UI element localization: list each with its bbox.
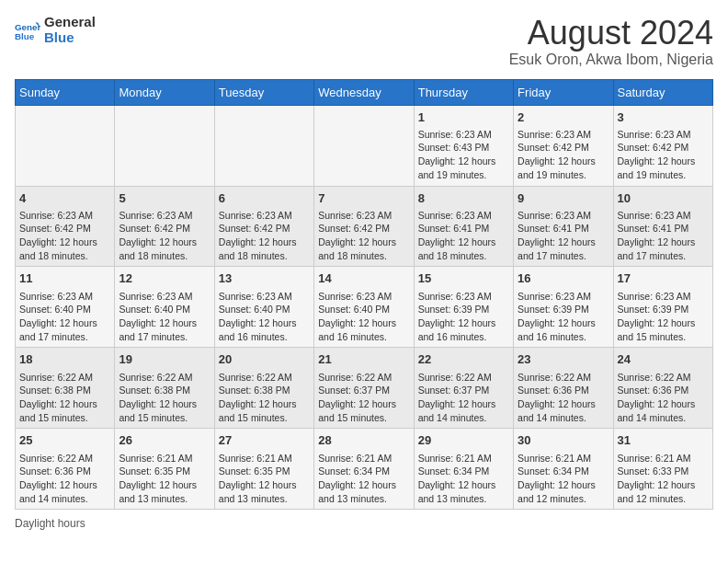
logo-blue: Blue: [44, 30, 96, 46]
day-number: 24: [618, 351, 709, 368]
calendar-cell: 15Sunrise: 6:23 AM Sunset: 6:39 PM Dayli…: [414, 267, 513, 348]
day-number: 14: [318, 270, 409, 287]
footer-note: Daylight hours: [15, 517, 713, 530]
day-info: Sunrise: 6:23 AM Sunset: 6:39 PM Dayligh…: [418, 290, 509, 344]
calendar-cell: 24Sunrise: 6:22 AM Sunset: 6:36 PM Dayli…: [613, 348, 712, 429]
calendar-cell: 1Sunrise: 6:23 AM Sunset: 6:43 PM Daylig…: [414, 105, 513, 186]
calendar-cell: [314, 105, 414, 186]
calendar-cell: 19Sunrise: 6:22 AM Sunset: 6:38 PM Dayli…: [115, 348, 214, 429]
calendar-cell: 6Sunrise: 6:23 AM Sunset: 6:42 PM Daylig…: [214, 186, 313, 267]
day-info: Sunrise: 6:21 AM Sunset: 6:33 PM Dayligh…: [618, 452, 709, 506]
day-info: Sunrise: 6:23 AM Sunset: 6:41 PM Dayligh…: [618, 209, 709, 263]
weekday-monday: Monday: [115, 79, 214, 105]
day-info: Sunrise: 6:23 AM Sunset: 6:42 PM Dayligh…: [618, 128, 709, 182]
calendar-cell: 12Sunrise: 6:23 AM Sunset: 6:40 PM Dayli…: [115, 267, 214, 348]
day-number: 25: [19, 432, 110, 449]
day-info: Sunrise: 6:23 AM Sunset: 6:42 PM Dayligh…: [219, 209, 310, 263]
day-number: 11: [19, 270, 110, 287]
day-number: 21: [318, 351, 409, 368]
calendar-cell: 5Sunrise: 6:23 AM Sunset: 6:42 PM Daylig…: [115, 186, 214, 267]
calendar-week-row: 18Sunrise: 6:22 AM Sunset: 6:38 PM Dayli…: [16, 348, 713, 429]
day-info: Sunrise: 6:23 AM Sunset: 6:40 PM Dayligh…: [19, 290, 110, 344]
svg-text:Blue: Blue: [15, 30, 35, 40]
day-number: 29: [418, 432, 509, 449]
day-number: 16: [518, 270, 609, 287]
weekday-wednesday: Wednesday: [314, 79, 414, 105]
calendar-cell: 3Sunrise: 6:23 AM Sunset: 6:42 PM Daylig…: [613, 105, 712, 186]
day-info: Sunrise: 6:23 AM Sunset: 6:40 PM Dayligh…: [318, 290, 409, 344]
day-number: 7: [318, 190, 409, 207]
calendar-cell: 30Sunrise: 6:21 AM Sunset: 6:34 PM Dayli…: [514, 429, 613, 510]
day-number: 15: [418, 270, 509, 287]
day-info: Sunrise: 6:22 AM Sunset: 6:36 PM Dayligh…: [618, 371, 709, 425]
day-info: Sunrise: 6:23 AM Sunset: 6:43 PM Dayligh…: [418, 128, 509, 182]
calendar-week-row: 4Sunrise: 6:23 AM Sunset: 6:42 PM Daylig…: [16, 186, 713, 267]
day-info: Sunrise: 6:23 AM Sunset: 6:41 PM Dayligh…: [418, 209, 509, 263]
calendar-cell: 8Sunrise: 6:23 AM Sunset: 6:41 PM Daylig…: [414, 186, 513, 267]
day-number: 31: [618, 432, 709, 449]
day-number: 22: [418, 351, 509, 368]
day-info: Sunrise: 6:23 AM Sunset: 6:40 PM Dayligh…: [119, 290, 210, 344]
calendar-cell: 10Sunrise: 6:23 AM Sunset: 6:41 PM Dayli…: [613, 186, 712, 267]
header: General Blue General Blue August 2024 Es…: [15, 15, 713, 68]
calendar-title: August 2024: [509, 15, 713, 52]
day-info: Sunrise: 6:22 AM Sunset: 6:38 PM Dayligh…: [219, 371, 310, 425]
calendar-table: SundayMondayTuesdayWednesdayThursdayFrid…: [15, 79, 713, 511]
weekday-friday: Friday: [514, 79, 613, 105]
day-info: Sunrise: 6:23 AM Sunset: 6:39 PM Dayligh…: [518, 290, 609, 344]
day-number: 4: [19, 190, 110, 207]
day-number: 20: [219, 351, 310, 368]
day-info: Sunrise: 6:22 AM Sunset: 6:38 PM Dayligh…: [19, 371, 110, 425]
calendar-cell: 4Sunrise: 6:23 AM Sunset: 6:42 PM Daylig…: [16, 186, 115, 267]
day-info: Sunrise: 6:22 AM Sunset: 6:36 PM Dayligh…: [518, 371, 609, 425]
day-info: Sunrise: 6:22 AM Sunset: 6:38 PM Dayligh…: [119, 371, 210, 425]
calendar-cell: 29Sunrise: 6:21 AM Sunset: 6:34 PM Dayli…: [414, 429, 513, 510]
day-number: 8: [418, 190, 509, 207]
calendar-cell: [16, 105, 115, 186]
day-info: Sunrise: 6:23 AM Sunset: 6:40 PM Dayligh…: [219, 290, 310, 344]
calendar-cell: 28Sunrise: 6:21 AM Sunset: 6:34 PM Dayli…: [314, 429, 414, 510]
day-number: 12: [119, 270, 210, 287]
calendar-week-row: 25Sunrise: 6:22 AM Sunset: 6:36 PM Dayli…: [16, 429, 713, 510]
calendar-cell: [115, 105, 214, 186]
calendar-cell: 16Sunrise: 6:23 AM Sunset: 6:39 PM Dayli…: [514, 267, 613, 348]
day-number: 6: [219, 190, 310, 207]
calendar-cell: 22Sunrise: 6:22 AM Sunset: 6:37 PM Dayli…: [414, 348, 513, 429]
calendar-subtitle: Esuk Oron, Akwa Ibom, Nigeria: [509, 52, 713, 68]
calendar-cell: 21Sunrise: 6:22 AM Sunset: 6:37 PM Dayli…: [314, 348, 414, 429]
day-info: Sunrise: 6:23 AM Sunset: 6:39 PM Dayligh…: [618, 290, 709, 344]
weekday-thursday: Thursday: [414, 79, 513, 105]
day-info: Sunrise: 6:23 AM Sunset: 6:42 PM Dayligh…: [19, 209, 110, 263]
day-info: Sunrise: 6:21 AM Sunset: 6:34 PM Dayligh…: [318, 452, 409, 506]
day-info: Sunrise: 6:21 AM Sunset: 6:34 PM Dayligh…: [418, 452, 509, 506]
day-number: 10: [618, 190, 709, 207]
day-number: 3: [618, 109, 709, 126]
day-number: 1: [418, 109, 509, 126]
calendar-cell: 9Sunrise: 6:23 AM Sunset: 6:41 PM Daylig…: [514, 186, 613, 267]
day-info: Sunrise: 6:23 AM Sunset: 6:42 PM Dayligh…: [119, 209, 210, 263]
day-number: 5: [119, 190, 210, 207]
day-info: Sunrise: 6:23 AM Sunset: 6:42 PM Dayligh…: [318, 209, 409, 263]
day-info: Sunrise: 6:22 AM Sunset: 6:36 PM Dayligh…: [19, 452, 110, 506]
logo: General Blue General Blue: [15, 15, 96, 45]
day-info: Sunrise: 6:22 AM Sunset: 6:37 PM Dayligh…: [318, 371, 409, 425]
calendar-cell: 2Sunrise: 6:23 AM Sunset: 6:42 PM Daylig…: [514, 105, 613, 186]
day-info: Sunrise: 6:21 AM Sunset: 6:34 PM Dayligh…: [518, 452, 609, 506]
day-info: Sunrise: 6:22 AM Sunset: 6:37 PM Dayligh…: [418, 371, 509, 425]
day-number: 13: [219, 270, 310, 287]
day-number: 18: [19, 351, 110, 368]
day-info: Sunrise: 6:21 AM Sunset: 6:35 PM Dayligh…: [119, 452, 210, 506]
calendar-cell: 7Sunrise: 6:23 AM Sunset: 6:42 PM Daylig…: [314, 186, 414, 267]
day-info: Sunrise: 6:23 AM Sunset: 6:42 PM Dayligh…: [518, 128, 609, 182]
calendar-week-row: 1Sunrise: 6:23 AM Sunset: 6:43 PM Daylig…: [16, 105, 713, 186]
day-number: 17: [618, 270, 709, 287]
calendar-cell: [214, 105, 313, 186]
calendar-cell: 27Sunrise: 6:21 AM Sunset: 6:35 PM Dayli…: [214, 429, 313, 510]
calendar-cell: 17Sunrise: 6:23 AM Sunset: 6:39 PM Dayli…: [613, 267, 712, 348]
weekday-tuesday: Tuesday: [214, 79, 313, 105]
day-number: 28: [318, 432, 409, 449]
day-number: 19: [119, 351, 210, 368]
calendar-body: 1Sunrise: 6:23 AM Sunset: 6:43 PM Daylig…: [16, 105, 713, 510]
calendar-cell: 11Sunrise: 6:23 AM Sunset: 6:40 PM Dayli…: [16, 267, 115, 348]
title-block: August 2024 Esuk Oron, Akwa Ibom, Nigeri…: [509, 15, 713, 68]
